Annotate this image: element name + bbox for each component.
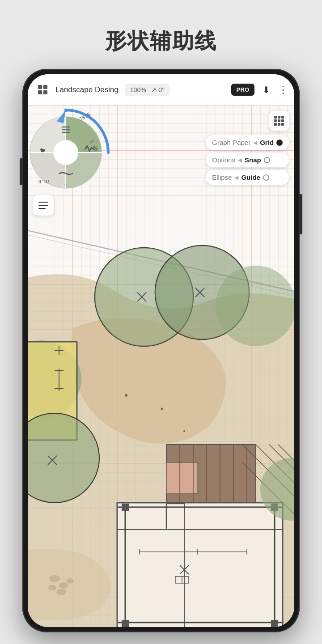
hamburger-line-top bbox=[38, 202, 48, 203]
phone-container: Landscape Desing 100% ↗ 0° PRO ⬇ ⋮ bbox=[22, 69, 300, 632]
svg-point-64 bbox=[59, 582, 68, 589]
svg-rect-51 bbox=[122, 620, 129, 627]
guide-option-indicator bbox=[263, 174, 269, 181]
more-button[interactable]: ⋮ bbox=[278, 84, 288, 96]
side-button-right bbox=[300, 194, 302, 234]
top-bar: Landscape Desing 100% ↗ 0° PRO ⬇ ⋮ bbox=[28, 74, 294, 106]
canvas-area[interactable]: 78.8 5.46 78.8 Graph Paper ◀ G bbox=[28, 106, 294, 627]
options-panel: Graph Paper ◀ Grid Options ◀ Snap Ellips… bbox=[206, 111, 289, 185]
grid-option-row[interactable]: Graph Paper ◀ Grid bbox=[206, 135, 289, 150]
guide-option-row[interactable]: Ellipse ◀ Guide bbox=[206, 170, 289, 185]
zoom-indicator[interactable]: 100% ↗ 0° bbox=[125, 84, 170, 96]
options-grid-button[interactable] bbox=[269, 111, 289, 131]
hamburger-line-middle bbox=[38, 205, 48, 206]
svg-point-70 bbox=[161, 408, 163, 410]
svg-rect-40 bbox=[117, 503, 283, 627]
svg-text:78.8: 78.8 bbox=[38, 178, 51, 184]
svg-rect-53 bbox=[271, 620, 278, 627]
grid-option-arrow: ◀ bbox=[253, 140, 257, 146]
grid-option-left-label: Graph Paper bbox=[212, 139, 250, 146]
svg-point-66 bbox=[56, 589, 66, 595]
guide-option-right-label: Guide bbox=[241, 174, 260, 181]
grid-menu-button[interactable] bbox=[34, 81, 51, 98]
snap-option-indicator bbox=[264, 157, 270, 163]
grid-menu-icon bbox=[38, 85, 47, 94]
snap-option-arrow: ◀ bbox=[238, 157, 242, 163]
svg-point-67 bbox=[67, 578, 74, 584]
hamburger-line-bottom bbox=[38, 208, 46, 209]
guide-option-arrow: ◀ bbox=[234, 174, 238, 181]
svg-point-65 bbox=[48, 585, 56, 590]
phone-screen: Landscape Desing 100% ↗ 0° PRO ⬇ ⋮ bbox=[28, 74, 294, 627]
svg-point-69 bbox=[125, 394, 127, 397]
grid-option-right-label: Grid bbox=[260, 139, 274, 146]
snap-option-left-label: Options bbox=[212, 156, 235, 164]
hamburger-menu-button[interactable] bbox=[33, 195, 54, 216]
svg-rect-50 bbox=[122, 504, 129, 511]
grid-option-indicator bbox=[276, 140, 283, 146]
svg-point-63 bbox=[49, 575, 60, 582]
svg-point-71 bbox=[183, 430, 185, 432]
page-title-text: 形状辅助线 bbox=[105, 27, 217, 55]
pro-button[interactable]: PRO bbox=[231, 84, 254, 96]
guide-option-left-label: Ellipse bbox=[212, 174, 232, 181]
download-button[interactable]: ⬇ bbox=[263, 85, 270, 95]
options-mini-grid-icon bbox=[274, 116, 284, 126]
wheel-overlay[interactable]: 78.8 5.46 78.8 bbox=[28, 106, 117, 204]
svg-point-6 bbox=[216, 266, 294, 346]
snap-option-right-label: Snap bbox=[245, 156, 261, 164]
side-button-left bbox=[20, 158, 22, 185]
snap-option-row[interactable]: Options ◀ Snap bbox=[206, 153, 289, 167]
svg-point-75 bbox=[53, 140, 78, 165]
project-name[interactable]: Landscape Desing bbox=[55, 85, 119, 94]
